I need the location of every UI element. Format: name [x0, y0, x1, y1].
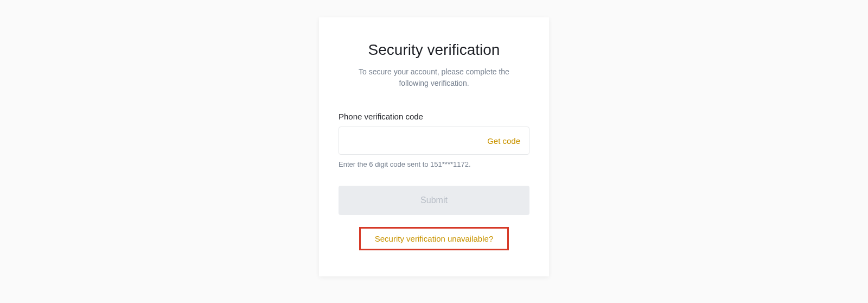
page-title: Security verification — [339, 41, 529, 59]
get-code-button[interactable]: Get code — [482, 136, 520, 146]
unavailable-wrapper: Security verification unavailable? — [339, 227, 529, 250]
page-subtitle: To secure your account, please complete … — [339, 66, 529, 89]
phone-code-input-wrapper: Get code — [339, 127, 529, 155]
phone-code-hint: Enter the 6 digit code sent to 151****11… — [339, 160, 529, 168]
phone-code-input[interactable] — [348, 136, 482, 146]
submit-button[interactable]: Submit — [339, 186, 529, 215]
phone-code-label: Phone verification code — [339, 112, 529, 121]
security-verification-unavailable-link[interactable]: Security verification unavailable? — [359, 227, 509, 250]
security-verification-card: Security verification To secure your acc… — [319, 17, 549, 276]
